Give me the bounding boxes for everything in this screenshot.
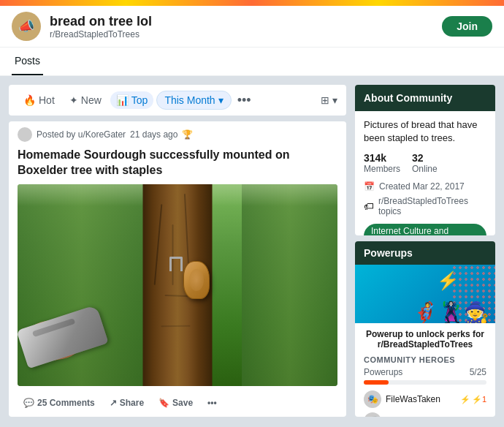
subreddit-info: bread on tree lol r/BreadStapledToTrees: [50, 14, 152, 39]
progress-row: Powerups 5/25: [364, 367, 486, 377]
ellipsis-icon: •••: [207, 398, 217, 408]
online-count: 32: [412, 152, 438, 164]
staple: [169, 257, 183, 271]
sort-hot[interactable]: 🔥 Hot: [18, 91, 61, 109]
powerups-progress-value: 5/25: [470, 367, 486, 377]
avatar: [18, 127, 32, 142]
post-image: ▲ 1.8k ▼: [18, 184, 337, 386]
join-button[interactable]: Join: [442, 16, 492, 37]
chevron-down-icon: ▾: [332, 94, 337, 106]
hero-left: 🎵 PianoOk6786: [364, 412, 439, 417]
about-header: About Community: [355, 85, 495, 111]
about-description: Pictures of bread that have been stapled…: [364, 118, 486, 145]
more-options-button[interactable]: •••: [237, 94, 251, 107]
sort-top[interactable]: 📊 Top: [110, 91, 154, 109]
online-stat: 32 Online: [412, 152, 438, 174]
avatar: 🎵: [364, 412, 381, 417]
top-icon: 📊: [116, 94, 129, 106]
post-time: 21 days ago: [130, 129, 177, 140]
grid-view-icon: ⊞: [321, 94, 329, 106]
created-date: 📅 Created Mar 22, 2017: [364, 181, 486, 192]
share-button[interactable]: ↗ Share: [104, 395, 150, 411]
header: 📣 bread on tree lol r/BreadStapledToTree…: [0, 6, 504, 48]
post-meta: Posted by u/KoreGater 21 days ago 🏆: [9, 121, 346, 145]
comments-button[interactable]: 💬 25 Comments: [18, 395, 101, 411]
tree-scene: [18, 184, 337, 386]
members-label: Members: [364, 164, 400, 174]
right-column: About Community Pictures of bread that h…: [355, 85, 495, 417]
main-layout: 🔥 Hot ✦ New 📊 Top This Month ▾ ••• ⊞ ▾: [0, 76, 504, 426]
view-toggle[interactable]: ⊞ ▾: [321, 94, 337, 106]
powerup-characters: 🦸🦹🧙: [413, 303, 489, 323]
progress-bar-fill: [364, 380, 389, 385]
online-label: Online: [412, 164, 438, 174]
powerups-progress-label: Powerups: [364, 367, 402, 377]
subreddit-icon: 📣: [12, 12, 41, 41]
members-count: 314k: [364, 152, 400, 164]
stats-row: 314k Members 32 Online: [364, 152, 486, 174]
lightning-icon: ⚡: [437, 271, 459, 291]
powerups-cta: Powerup to unlock perks for r/BreadStapl…: [355, 323, 495, 355]
powerups-card: Powerups ⚡ 🦸🦹🧙 Powerup to unlock perks f…: [355, 241, 495, 417]
tag-icon: 🏷: [364, 200, 374, 212]
left-column: 🔥 Hot ✦ New 📊 Top This Month ▾ ••• ⊞ ▾: [9, 85, 346, 417]
hero-name[interactable]: FileWasTaken: [386, 394, 440, 404]
sort-new[interactable]: ✦ New: [64, 91, 107, 109]
comment-icon: 💬: [23, 398, 34, 408]
stapler-body: [18, 305, 109, 369]
new-icon: ✦: [69, 94, 78, 106]
post-author: Posted by u/KoreGater: [37, 129, 126, 140]
stapler-assembly: [19, 276, 121, 371]
save-icon: 🔖: [159, 398, 169, 408]
heroes-label: COMMUNITY HEROES: [364, 355, 486, 364]
subreddit-title: bread on tree lol: [50, 14, 152, 29]
post-title: Homemade Sourdough successfully mounted …: [9, 145, 346, 184]
powerups-header: Powerups: [355, 241, 495, 265]
lightning-icon: ⚡: [460, 395, 470, 404]
more-actions-button[interactable]: •••: [202, 395, 223, 411]
tab-bar: Posts: [0, 48, 504, 76]
tag-pill-internet-culture[interactable]: Internet Culture and Memes: [364, 224, 486, 235]
post-card: Posted by u/KoreGater 21 days ago 🏆 Home…: [9, 121, 346, 417]
about-body: Pictures of bread that have been stapled…: [355, 111, 495, 235]
progress-bar: [364, 380, 486, 385]
avatar: 🎭: [364, 390, 381, 408]
save-button[interactable]: 🔖 Save: [153, 395, 199, 411]
hero-item: 🎭 FileWasTaken ⚡ ⚡1: [364, 390, 486, 408]
tab-posts[interactable]: Posts: [12, 48, 43, 75]
hot-icon: 🔥: [23, 94, 36, 106]
subreddit-name: r/BreadStapledToTrees: [50, 29, 152, 39]
bread: [183, 261, 210, 299]
post-actions: 💬 25 Comments ↗ Share 🔖 Save •••: [9, 392, 346, 417]
bg-foliage-right: [242, 184, 337, 386]
hero-badge: ⚡ ⚡1: [460, 395, 486, 404]
time-filter-button[interactable]: This Month ▾: [156, 91, 231, 110]
share-icon: ↗: [110, 398, 117, 408]
calendar-icon: 📅: [364, 181, 375, 192]
hero-name[interactable]: PianoOk6786: [386, 416, 439, 417]
powerups-banner: ⚡ 🦸🦹🧙: [355, 265, 495, 323]
community-heroes: COMMUNITY HEROES Powerups 5/25 🎭 FileWas…: [355, 355, 495, 417]
hero-item: 🎵 PianoOk6786 ⚡ ⚡1: [364, 412, 486, 417]
hero-left: 🎭 FileWasTaken: [364, 390, 440, 408]
members-stat: 314k Members: [364, 152, 400, 174]
award-icon: 🏆: [182, 129, 193, 140]
topics-row: 🏷 r/BreadStapledToTrees topics: [364, 196, 486, 216]
top-bar: [0, 0, 504, 6]
about-card: About Community Pictures of bread that h…: [355, 85, 495, 235]
chevron-down-icon: ▾: [218, 94, 224, 106]
topics-label: r/BreadStapledToTrees topics: [378, 196, 486, 216]
sort-bar: 🔥 Hot ✦ New 📊 Top This Month ▾ ••• ⊞ ▾: [9, 85, 346, 116]
